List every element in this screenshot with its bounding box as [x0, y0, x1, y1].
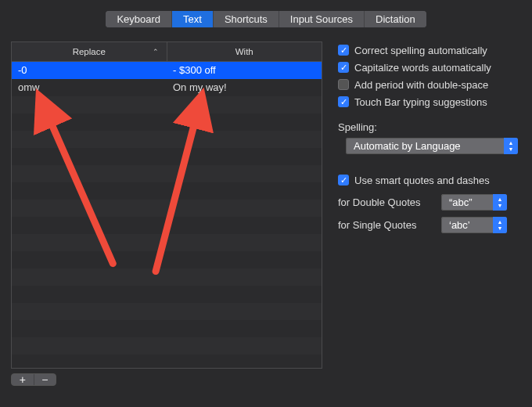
check-icon: ✓ — [338, 96, 349, 107]
cell-replace[interactable]: omw — [12, 79, 167, 96]
table-row[interactable] — [12, 113, 322, 131]
sort-indicator-icon: ⌃ — [153, 48, 159, 56]
checkbox-label: Touch Bar typing suggestions — [354, 96, 487, 108]
tab-text[interactable]: Text — [172, 11, 214, 27]
check-icon: ✓ — [338, 45, 349, 56]
spelling-label: Spelling: — [338, 121, 521, 133]
spelling-popup[interactable]: Automatic by Language ▲▼ — [346, 138, 518, 154]
tab-shortcuts[interactable]: Shortcuts — [214, 11, 279, 27]
single-quotes-value: ‘abc’ — [449, 219, 470, 231]
table-row[interactable] — [12, 96, 322, 113]
table-row[interactable] — [12, 200, 322, 217]
add-remove-group: + − — [11, 373, 56, 386]
spelling-value: Automatic by Language — [354, 140, 461, 152]
table-row[interactable] — [12, 251, 322, 268]
tab-dictation[interactable]: Dictation — [365, 11, 426, 27]
cell-with[interactable]: On my way! — [167, 79, 322, 96]
check-icon: ✓ — [338, 62, 349, 73]
table-row[interactable] — [12, 337, 322, 355]
checkbox-label: Correct spelling automatically — [354, 45, 487, 56]
updown-icon: ▲▼ — [504, 138, 518, 154]
text-replacement-table: Replace ⌃ With -0 - $300 off omw On my w… — [11, 41, 322, 369]
checkbox-label: Add period with double-space — [354, 79, 488, 91]
table-row[interactable] — [12, 234, 322, 251]
column-header-replace[interactable]: Replace ⌃ — [12, 42, 167, 61]
table-row[interactable]: -0 - $300 off — [12, 62, 322, 79]
table-row[interactable] — [12, 165, 322, 182]
table-body[interactable]: -0 - $300 off omw On my way! — [12, 62, 322, 368]
cell-with[interactable]: - $300 off — [167, 62, 322, 79]
check-icon: ✓ — [338, 175, 349, 185]
preferences-tab-bar: Keyboard Text Shortcuts Input Sources Di… — [0, 0, 532, 41]
checkbox-add-period[interactable]: Add period with double-space — [338, 76, 521, 93]
single-quotes-label: for Single Quotes — [338, 219, 433, 231]
table-row[interactable]: omw On my way! — [12, 79, 322, 96]
table-row[interactable] — [12, 148, 322, 165]
column-header-with-label: With — [235, 47, 253, 56]
table-row[interactable] — [12, 286, 322, 303]
remove-button[interactable]: − — [34, 374, 56, 385]
double-quotes-value: “abc” — [449, 196, 473, 208]
tab-keyboard[interactable]: Keyboard — [106, 11, 172, 27]
add-button[interactable]: + — [12, 374, 34, 385]
column-header-with[interactable]: With — [167, 42, 322, 61]
checkbox-correct-spelling[interactable]: ✓ Correct spelling automatically — [338, 41, 521, 59]
table-row[interactable] — [12, 217, 322, 234]
checkbox-touchbar-suggestions[interactable]: ✓ Touch Bar typing suggestions — [338, 93, 521, 110]
checkbox-label: Capitalize words automatically — [354, 62, 491, 74]
updown-icon: ▲▼ — [493, 194, 507, 211]
checkbox-smart-quotes[interactable]: ✓ Use smart quotes and dashes — [338, 171, 521, 189]
checkbox-empty-icon — [338, 79, 349, 90]
table-row[interactable] — [12, 131, 322, 148]
single-quotes-popup[interactable]: ‘abc’ ▲▼ — [441, 217, 507, 233]
double-quotes-label: for Double Quotes — [338, 196, 433, 208]
updown-icon: ▲▼ — [493, 217, 507, 233]
table-row[interactable] — [12, 182, 322, 200]
table-row[interactable] — [12, 355, 322, 368]
double-quotes-popup[interactable]: “abc” ▲▼ — [441, 194, 507, 211]
cell-replace[interactable]: -0 — [12, 62, 167, 79]
tab-input-sources[interactable]: Input Sources — [279, 11, 365, 27]
checkbox-capitalize-words[interactable]: ✓ Capitalize words automatically — [338, 59, 521, 76]
column-header-replace-label: Replace — [73, 47, 106, 56]
table-row[interactable] — [12, 320, 322, 337]
segmented-control: Keyboard Text Shortcuts Input Sources Di… — [106, 11, 426, 27]
table-row[interactable] — [12, 268, 322, 286]
table-row[interactable] — [12, 303, 322, 320]
checkbox-label: Use smart quotes and dashes — [354, 175, 490, 186]
